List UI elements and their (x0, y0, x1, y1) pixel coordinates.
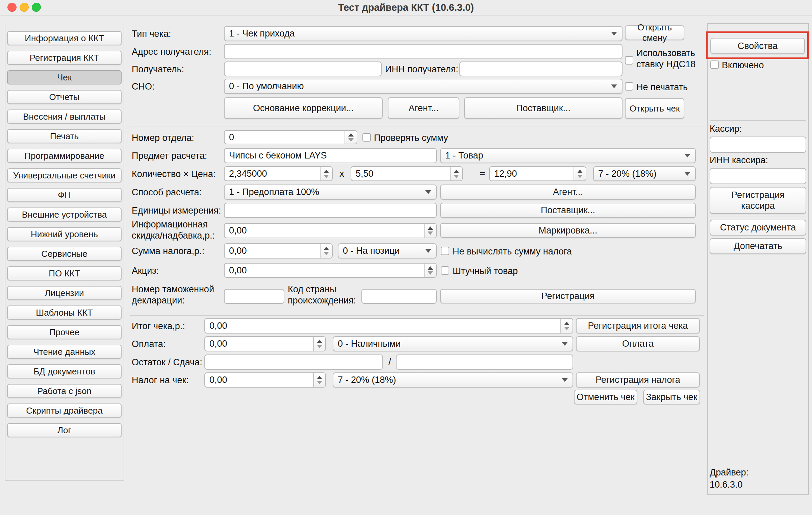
sidebar-item-10[interactable]: Внешние устройства (7, 207, 122, 222)
agent-top-button[interactable]: Агент... (388, 97, 459, 119)
stepper-icon[interactable] (424, 224, 436, 238)
cashier-inn-field[interactable] (710, 168, 806, 184)
correction-basis-button[interactable]: Основание коррекции... (224, 97, 383, 119)
doc-status-button[interactable]: Статус документа (710, 220, 806, 236)
receipt-type-select[interactable]: 1 - Чек прихода (224, 26, 623, 41)
change-left-field[interactable] (204, 354, 383, 370)
register-cashier-button[interactable]: Регистрация кассира (710, 187, 806, 214)
recipient-input[interactable] (225, 64, 381, 74)
quantity-spinner[interactable] (224, 166, 333, 181)
price-spinner[interactable] (351, 166, 463, 181)
units-input[interactable] (225, 205, 436, 216)
supplier-top-button[interactable]: Поставщик... (464, 97, 623, 119)
sidebar-item-21[interactable]: Лог (7, 423, 122, 437)
open-receipt-button[interactable]: Открыть чек (625, 98, 684, 119)
stepper-icon[interactable] (313, 373, 325, 387)
recipient-address-input[interactable] (225, 46, 622, 57)
sidebar-item-6[interactable]: Печать (7, 129, 122, 143)
tax-sum-spinner[interactable] (224, 243, 333, 259)
sidebar-item-8[interactable]: Универсальные счетчики (7, 168, 122, 182)
cashier-field[interactable] (710, 137, 806, 153)
quantity-input[interactable] (225, 169, 320, 179)
sum-spinner[interactable] (489, 166, 586, 181)
change-left-input[interactable] (205, 357, 382, 367)
sidebar-item-18[interactable]: БД документов (7, 364, 122, 378)
stepper-icon[interactable] (574, 167, 586, 180)
tax-mode-select[interactable]: 0 - На позици (338, 243, 437, 259)
no-print-checkbox[interactable] (625, 82, 633, 91)
department-spinner[interactable] (224, 130, 357, 144)
sidebar-item-1[interactable]: Информация о ККТ (7, 31, 122, 45)
supplier-item-button[interactable]: Поставщик... (440, 203, 696, 218)
sidebar-item-4[interactable]: Отчеты (7, 90, 122, 104)
country-input[interactable] (362, 291, 436, 302)
register-button[interactable]: Регистрация (440, 289, 696, 303)
sidebar-item-19[interactable]: Работа с json (7, 384, 122, 398)
discount-input[interactable] (225, 225, 424, 236)
price-input[interactable] (351, 169, 450, 179)
sum-input[interactable] (490, 169, 574, 179)
receipt-tax-spinner[interactable] (204, 372, 326, 388)
stepper-icon[interactable] (345, 131, 357, 144)
customs-input[interactable] (225, 291, 284, 302)
sidebar-item-11[interactable]: Нижний уровень (7, 227, 122, 241)
cancel-receipt-button[interactable]: Отменить чек (574, 390, 637, 404)
agent-item-button[interactable]: Агент... (440, 185, 696, 200)
discount-spinner[interactable] (224, 223, 437, 238)
stepper-icon[interactable] (560, 319, 573, 333)
stepper-icon[interactable] (424, 264, 436, 277)
register-total-button[interactable]: Регистрация итога чека (576, 318, 700, 334)
cashier-inn-input[interactable] (710, 171, 806, 181)
print-rest-button[interactable]: Допечатать (710, 238, 806, 254)
recipient-field[interactable] (224, 62, 382, 76)
sidebar-item-9[interactable]: ФН (7, 188, 122, 202)
total-input[interactable] (205, 321, 560, 331)
check-sum-checkbox[interactable] (362, 133, 371, 142)
customs-field[interactable] (224, 289, 284, 304)
stepper-icon[interactable] (450, 167, 462, 180)
sidebar-item-7[interactable]: Программирование (7, 149, 122, 163)
subject-type-select[interactable]: 1 - Товар (440, 148, 696, 163)
total-spinner[interactable] (204, 318, 573, 334)
sidebar-item-20[interactable]: Скрипты драйвера (7, 403, 122, 418)
payment-spinner[interactable] (204, 336, 326, 351)
receipt-tax-input[interactable] (205, 375, 313, 385)
sidebar-item-2[interactable]: Регистрация ККТ (7, 51, 122, 65)
country-field[interactable] (361, 289, 437, 304)
register-tax-button[interactable]: Регистрация налога (576, 372, 700, 388)
enabled-checkbox[interactable] (710, 60, 719, 69)
receipt-tax-type-select[interactable]: 7 - 20% (18%) (333, 372, 573, 388)
department-input[interactable] (225, 132, 345, 143)
stepper-icon[interactable] (320, 167, 332, 180)
payment-button[interactable]: Оплата (576, 336, 700, 351)
recipient-inn-field[interactable] (459, 62, 623, 76)
sidebar-item-14[interactable]: Лицензии (7, 286, 122, 300)
sidebar-item-17[interactable]: Чтение данных (7, 345, 122, 359)
vat18-checkbox[interactable] (625, 56, 633, 65)
vat-select[interactable]: 7 - 20% (18%) (593, 166, 696, 181)
units-field[interactable] (224, 203, 437, 218)
sidebar-item-13[interactable]: ПО ККТ (7, 266, 122, 280)
sidebar-item-16[interactable]: Прочее (7, 325, 122, 339)
sidebar-item-5[interactable]: Внесения / выплаты (7, 109, 122, 124)
sno-select[interactable]: 0 - По умолчанию (224, 79, 623, 94)
piece-goods-checkbox[interactable] (441, 266, 449, 275)
excise-input[interactable] (225, 265, 424, 276)
payment-type-select[interactable]: 0 - Наличными (333, 336, 573, 351)
tax-sum-input[interactable] (225, 246, 320, 256)
stepper-icon[interactable] (320, 244, 332, 258)
sidebar-item-12[interactable]: Сервисные (7, 247, 122, 261)
sidebar-item-15[interactable]: Шаблоны ККТ (7, 305, 122, 320)
subject-input[interactable] (225, 150, 436, 161)
cashier-input[interactable] (710, 140, 806, 150)
recipient-inn-input[interactable] (460, 64, 622, 74)
payment-input[interactable] (205, 339, 313, 349)
change-right-input[interactable] (397, 357, 573, 367)
close-receipt-button[interactable]: Закрыть чек (643, 390, 700, 404)
change-right-field[interactable] (396, 354, 573, 370)
subject-field[interactable] (224, 148, 437, 163)
no-tax-calc-checkbox[interactable] (441, 247, 449, 255)
excise-spinner[interactable] (224, 263, 437, 278)
sidebar-item-3[interactable]: Чек (7, 70, 122, 84)
recipient-address-field[interactable] (224, 44, 623, 59)
